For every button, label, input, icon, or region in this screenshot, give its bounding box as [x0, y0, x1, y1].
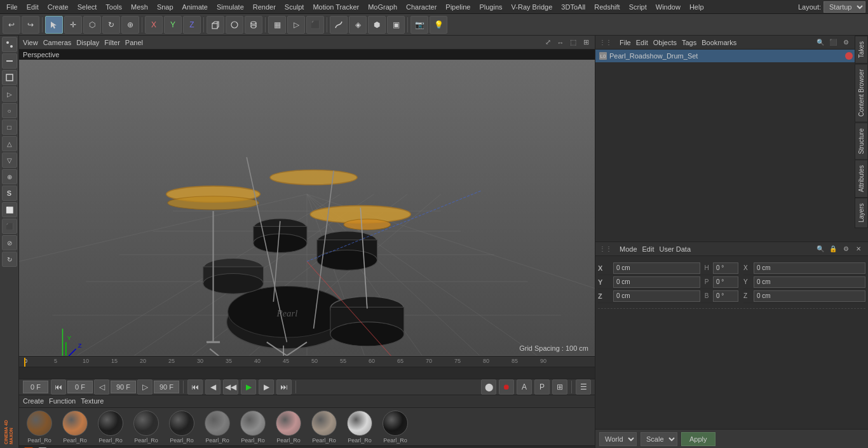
material-item-8[interactable]: Pearl_Ro: [308, 411, 341, 444]
attr-close-btn[interactable]: ✕: [853, 243, 864, 255]
viewport-menu-filter[interactable]: Filter: [104, 39, 119, 46]
attr-search-btn[interactable]: 🔍: [815, 243, 826, 255]
autokey-button[interactable]: A: [517, 379, 532, 395]
attr-lock-btn[interactable]: 🔒: [827, 243, 839, 255]
side-tab-attributes[interactable]: Attributes: [855, 160, 868, 198]
transform-button[interactable]: ⊕: [121, 16, 139, 34]
viewport[interactable]: Pearl: [19, 60, 595, 356]
menu-3dtoall[interactable]: 3DToAll: [557, 2, 589, 12]
prev-marker-button[interactable]: ⏮: [51, 379, 66, 395]
om-menu-bookmarks[interactable]: Bookmarks: [702, 39, 736, 46]
keyframe-button[interactable]: ⬤: [481, 379, 496, 395]
motion-button[interactable]: P: [534, 379, 550, 395]
cylinder-button[interactable]: [245, 16, 262, 34]
deformer-button[interactable]: ⬢: [368, 16, 386, 34]
om-menu-tags[interactable]: Tags: [682, 39, 696, 46]
material-menu-function[interactable]: Function: [49, 397, 76, 405]
left-tool-13[interactable]: ⊘: [2, 235, 17, 250]
menu-plugins[interactable]: Plugins: [475, 2, 506, 12]
material-item-5[interactable]: Pearl_Ro: [201, 411, 234, 444]
light-button[interactable]: 💡: [430, 16, 447, 34]
menu-render[interactable]: Render: [249, 2, 280, 12]
viewport-menu-display[interactable]: Display: [76, 39, 99, 46]
menu-script[interactable]: Script: [625, 2, 651, 12]
play-button[interactable]: ▶: [241, 379, 256, 395]
menu-character[interactable]: Character: [402, 2, 440, 12]
left-tool-9[interactable]: ⊕: [2, 169, 17, 184]
scale-coord-select[interactable]: Scale: [641, 432, 677, 446]
viewport-icon-4[interactable]: ⊞: [581, 37, 591, 48]
viewport-menu-view[interactable]: View: [23, 39, 38, 46]
attr-input-b-rot[interactable]: [713, 290, 738, 302]
viewport-menu-cameras[interactable]: Cameras: [43, 39, 72, 46]
material-menu-texture[interactable]: Texture: [81, 397, 104, 405]
step-forward-button[interactable]: ▶: [259, 379, 274, 395]
side-tab-structure[interactable]: Structure: [855, 123, 868, 160]
om-search-btn[interactable]: 🔍: [815, 37, 826, 48]
viewport-icon-2[interactable]: ↔: [555, 37, 566, 48]
rotate-tool-button[interactable]: ↻: [102, 16, 120, 34]
material-item-10[interactable]: Pearl_Ro: [379, 411, 412, 444]
om-menu-objects[interactable]: Objects: [653, 39, 677, 46]
goto-start-button[interactable]: ⏮: [187, 379, 203, 395]
menu-pipeline[interactable]: Pipeline: [442, 2, 474, 12]
end-frame2-input[interactable]: [154, 381, 179, 393]
om-filter-btn[interactable]: ⬛: [827, 37, 839, 48]
attr-menu-edit[interactable]: Edit: [642, 245, 654, 253]
start-frame-input[interactable]: [67, 381, 93, 393]
layout-select[interactable]: Startup: [824, 1, 865, 13]
attr-input-y-pos[interactable]: [613, 276, 700, 288]
timeline-ruler[interactable]: 0 5 10 15 20 25 30 35 40 45 50 55 60 65 …: [19, 356, 595, 368]
viewport-menu-panel[interactable]: Panel: [125, 39, 143, 46]
axis-z-button[interactable]: Z: [183, 16, 201, 34]
status-icon-1[interactable]: C: [23, 446, 34, 448]
attr-menu-mode[interactable]: Mode: [620, 245, 637, 253]
left-tool-6[interactable]: □: [2, 119, 17, 135]
material-item-9[interactable]: Pearl_Ro: [343, 411, 376, 444]
attr-input-x-pos[interactable]: [613, 262, 700, 274]
axis-x-button[interactable]: X: [145, 16, 163, 34]
material-item-1[interactable]: Pearl_Ro: [58, 411, 92, 444]
om-content[interactable]: L0 Pearl_Roadshow_Drum_Set: [595, 50, 868, 241]
array-button[interactable]: ▣: [387, 16, 405, 34]
menu-file[interactable]: File: [3, 2, 22, 12]
sphere-button[interactable]: [226, 16, 243, 34]
side-tab-layers[interactable]: Layers: [855, 198, 868, 228]
side-tab-content-browser[interactable]: Content Browser: [855, 64, 868, 122]
left-tool-7[interactable]: △: [2, 136, 17, 151]
om-menu-file[interactable]: File: [620, 39, 631, 46]
left-tool-5[interactable]: ○: [2, 103, 17, 118]
menu-redshift[interactable]: Redshift: [590, 2, 623, 12]
left-tool-4[interactable]: ▷: [2, 86, 17, 102]
menu-tools[interactable]: Tools: [102, 2, 126, 12]
viewport-icon-3[interactable]: ⬚: [568, 37, 578, 48]
menu-select[interactable]: Select: [74, 2, 101, 12]
left-tool-14[interactable]: ↻: [2, 252, 17, 267]
render-active-button[interactable]: ▷: [287, 16, 305, 34]
left-tool-11[interactable]: ⬜: [2, 202, 17, 217]
om-visibility-dot[interactable]: [845, 52, 853, 60]
attr-menu-userdata[interactable]: User Data: [660, 245, 691, 253]
om-row-drum-set[interactable]: L0 Pearl_Roadshow_Drum_Set: [595, 50, 868, 62]
layout-toggle-button[interactable]: ☰: [576, 379, 591, 395]
menu-help[interactable]: Help: [686, 2, 708, 12]
attr-input-h-rot[interactable]: [713, 262, 738, 274]
move-tool-button[interactable]: ✛: [64, 16, 82, 34]
menu-mograph[interactable]: MoGraph: [364, 2, 401, 12]
left-tool-3[interactable]: [2, 70, 17, 85]
menu-create[interactable]: Create: [44, 2, 72, 12]
left-tool-1[interactable]: [2, 37, 17, 52]
undo-button[interactable]: ↩: [3, 16, 20, 34]
camera-button[interactable]: 📷: [410, 16, 428, 34]
select-tool-button[interactable]: [45, 16, 63, 34]
menu-simulate[interactable]: Simulate: [213, 2, 248, 12]
viewport-icon-1[interactable]: ⤢: [543, 37, 553, 48]
status-icon-close[interactable]: ✕: [51, 446, 62, 448]
status-icon-window[interactable]: ⬜: [37, 446, 48, 448]
om-menu-edit[interactable]: Edit: [636, 39, 648, 46]
left-tool-8[interactable]: ▽: [2, 153, 17, 168]
attr-input-y-scale[interactable]: [754, 276, 865, 288]
current-frame-input[interactable]: [23, 381, 48, 393]
scale-tool-button[interactable]: ⬡: [83, 16, 101, 34]
menu-snap[interactable]: Snap: [153, 2, 177, 12]
